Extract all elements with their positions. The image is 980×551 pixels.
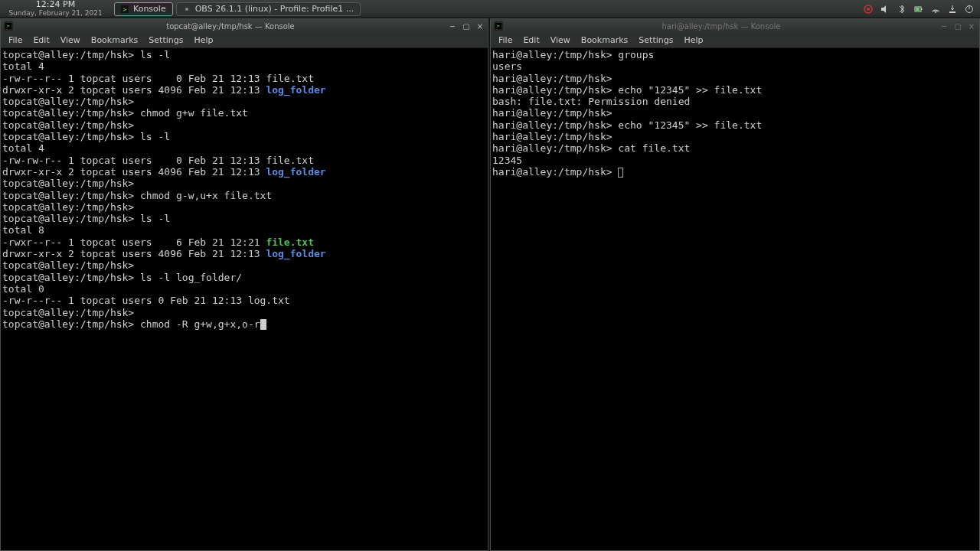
task-1[interactable]: OBS 26.1.1 (linux) - Profile: Profile1 .…: [176, 2, 361, 16]
panel-clock: 12:24 PM Sunday, February 21, 2021: [0, 0, 111, 18]
volume-icon[interactable]: [880, 5, 890, 14]
menu-help[interactable]: Help: [684, 35, 703, 45]
svg-marker-6: [881, 5, 886, 13]
updates-icon[interactable]: [948, 5, 957, 14]
menu-bookmarks[interactable]: Bookmarks: [581, 35, 628, 45]
svg-text:>: >: [6, 23, 10, 28]
menubar-left: FileEditViewBookmarksSettingsHelp: [1, 33, 488, 48]
taskbar: >KonsoleOBS 26.1.1 (linux) - Profile: Pr…: [111, 2, 361, 16]
network-icon[interactable]: [931, 5, 940, 14]
clock-date: Sunday, February 21, 2021: [0, 8, 111, 18]
power-menu-icon[interactable]: [965, 5, 974, 14]
menu-view[interactable]: View: [60, 35, 80, 45]
svg-point-10: [935, 11, 936, 13]
desktop: > topcat@alley:/tmp/hsk — Konsole − ▢ × …: [0, 18, 980, 551]
svg-text:>: >: [122, 7, 127, 13]
window-title-right: hari@alley:/tmp/hsk — Konsole: [508, 22, 935, 31]
task-label: Konsole: [133, 4, 166, 14]
maximize-button[interactable]: ▢: [953, 21, 962, 31]
titlebar-right[interactable]: > hari@alley:/tmp/hsk — Konsole − ▢ ×: [491, 19, 979, 33]
svg-point-5: [867, 8, 870, 11]
menu-bookmarks[interactable]: Bookmarks: [91, 35, 138, 45]
svg-text:>: >: [496, 23, 500, 28]
system-tray: [864, 5, 980, 14]
menu-edit[interactable]: Edit: [33, 35, 49, 45]
konsole-window-left: > topcat@alley:/tmp/hsk — Konsole − ▢ × …: [0, 18, 488, 551]
window-title-left: topcat@alley:/tmp/hsk — Konsole: [18, 22, 443, 31]
titlebar-left[interactable]: > topcat@alley:/tmp/hsk — Konsole − ▢ ×: [1, 19, 488, 33]
svg-rect-9: [916, 8, 920, 11]
konsole-window-right: > hari@alley:/tmp/hsk — Konsole − ▢ × Fi…: [490, 18, 980, 551]
bluetooth-icon[interactable]: [897, 5, 906, 14]
terminal-left[interactable]: topcat@alley:/tmp/hsk> ls -l total 4 -rw…: [1, 48, 488, 550]
terminal-right[interactable]: hari@alley:/tmp/hsk> groups users hari@a…: [491, 48, 979, 550]
maximize-button[interactable]: ▢: [462, 21, 471, 31]
menu-view[interactable]: View: [550, 35, 570, 45]
close-button[interactable]: ×: [475, 21, 485, 31]
menubar-right: FileEditViewBookmarksSettingsHelp: [491, 33, 979, 48]
battery-icon[interactable]: [914, 5, 923, 14]
svg-point-3: [185, 8, 188, 11]
obs-indicator-icon[interactable]: [864, 5, 873, 14]
task-label: OBS 26.1.1 (linux) - Profile: Profile1 .…: [195, 4, 354, 14]
menu-settings[interactable]: Settings: [149, 35, 183, 45]
desktop-panel: 12:24 PM Sunday, February 21, 2021 >Kons…: [0, 0, 980, 18]
konsole-icon: >: [121, 5, 129, 13]
menu-edit[interactable]: Edit: [523, 35, 539, 45]
konsole-icon: >: [494, 21, 503, 31]
obs-icon: [183, 5, 191, 13]
menu-file[interactable]: File: [8, 35, 22, 45]
minimize-button[interactable]: −: [448, 21, 457, 31]
menu-file[interactable]: File: [498, 35, 512, 45]
menu-settings[interactable]: Settings: [639, 35, 673, 45]
konsole-icon: >: [4, 21, 13, 31]
svg-rect-8: [921, 8, 923, 10]
close-button[interactable]: ×: [967, 21, 976, 31]
minimize-button[interactable]: −: [939, 21, 949, 31]
menu-help[interactable]: Help: [194, 35, 213, 45]
task-0[interactable]: >Konsole: [114, 2, 173, 16]
